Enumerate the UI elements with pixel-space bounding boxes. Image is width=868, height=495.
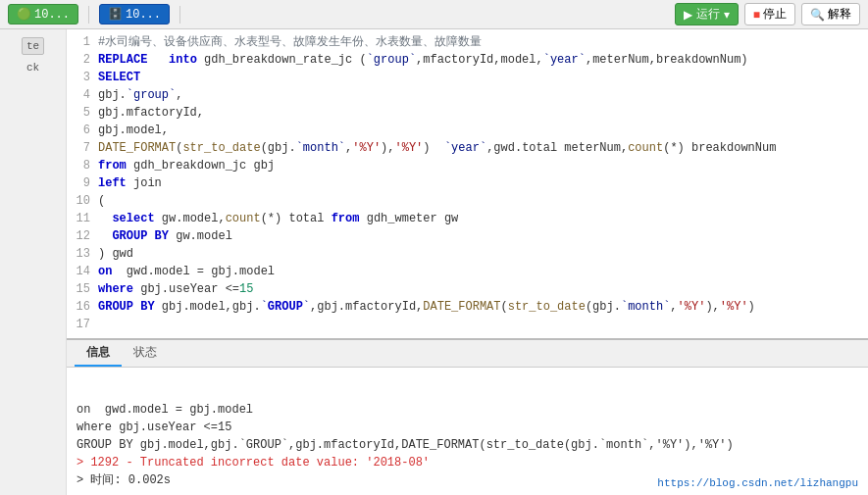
stop-icon: ■ <box>753 8 760 22</box>
line-number: 1 <box>71 33 98 51</box>
db-conn-btn[interactable]: 🟢 10... <box>8 4 78 25</box>
result-tabs: 信息 状态 <box>67 340 868 368</box>
main-area: te ck 1#水司编号、设备供应商、水表型号、故障发生年份、水表数量、故障数量… <box>0 29 868 495</box>
code-line: 10( <box>67 192 868 210</box>
line-content: where gbj.useYear <=15 <box>98 280 253 298</box>
csdn-link[interactable]: https://blog.csdn.net/lizhangpu <box>657 477 858 489</box>
db-label: 10... <box>126 8 161 22</box>
line-content: #水司编号、设备供应商、水表型号、故障发生年份、水表数量、故障数量 <box>98 33 482 51</box>
separator2 <box>179 6 180 24</box>
tab-status[interactable]: 状态 <box>122 340 169 367</box>
line-number: 4 <box>71 86 98 104</box>
line-content: gbj.mfactoryId, <box>98 104 204 122</box>
db-icon: 🟢 <box>17 7 31 22</box>
line-number: 6 <box>71 122 98 139</box>
line-number: 3 <box>71 69 98 86</box>
code-line: 3SELECT <box>67 69 868 86</box>
code-line: 12 GROUP BY gw.model <box>67 227 868 245</box>
line-number: 10 <box>71 192 98 210</box>
code-line: 7DATE_FORMAT(str_to_date(gbj.`month`,'%Y… <box>67 139 868 157</box>
db-icon2: 🗄️ <box>108 7 123 22</box>
line-content: ) gwd <box>98 245 133 263</box>
code-line: 15where gbj.useYear <=15 <box>67 280 868 298</box>
code-line: 13) gwd <box>67 245 868 263</box>
run-icon: ▶ <box>684 8 692 22</box>
result-line: GROUP BY gbj.model,gbj.`GROUP`,gbj.mfact… <box>77 436 858 454</box>
stop-label: 停止 <box>763 6 787 23</box>
result-content: on gwd.model = gbj.modelwhere gbj.useYea… <box>67 368 868 495</box>
code-line: 4gbj.`group`, <box>67 86 868 104</box>
line-number: 11 <box>71 210 98 227</box>
sidebar-te-btn[interactable]: te <box>22 37 44 55</box>
sql-editor[interactable]: 1#水司编号、设备供应商、水表型号、故障发生年份、水表数量、故障数量2REPLA… <box>67 29 868 340</box>
line-content: DATE_FORMAT(str_to_date(gbj.`month`,'%Y'… <box>98 139 776 157</box>
code-line: 14on gwd.model = gbj.model <box>67 263 868 280</box>
left-sidebar: te ck <box>0 29 67 495</box>
run-button[interactable]: ▶ 运行 ▾ <box>675 3 739 25</box>
tab-info[interactable]: 信息 <box>75 340 122 367</box>
toolbar: 🟢 10... 🗄️ 10... ▶ 运行 ▾ ■ 停止 🔍 解释 <box>0 0 868 29</box>
run-label: 运行 <box>696 6 720 23</box>
line-number: 16 <box>71 298 98 316</box>
line-content: select gw.model,count(*) total from gdh_… <box>98 210 458 227</box>
line-number: 5 <box>71 104 98 122</box>
explain-button[interactable]: 🔍 解释 <box>801 3 860 25</box>
result-line: > 1292 - Truncated incorrect date value:… <box>77 454 858 471</box>
line-content: from gdh_breakdown_jc gbj <box>98 157 275 174</box>
code-line: 1#水司编号、设备供应商、水表型号、故障发生年份、水表数量、故障数量 <box>67 33 868 51</box>
line-content: GROUP BY gbj.model,gbj.`GROUP`,gbj.mfact… <box>98 298 755 316</box>
code-line: 6gbj.model, <box>67 122 868 139</box>
editor-result: 1#水司编号、设备供应商、水表型号、故障发生年份、水表数量、故障数量2REPLA… <box>67 29 868 495</box>
line-content: ( <box>98 192 105 210</box>
line-number: 7 <box>71 139 98 157</box>
separator <box>88 6 89 24</box>
line-number: 12 <box>71 227 98 245</box>
code-line: 2REPLACE into gdh_breakdown_rate_jc (`gr… <box>67 51 868 69</box>
code-line: 16GROUP BY gbj.model,gbj.`GROUP`,gbj.mfa… <box>67 298 868 316</box>
code-line: 17 <box>67 316 868 333</box>
stop-button[interactable]: ■ 停止 <box>744 3 795 25</box>
line-number: 8 <box>71 157 98 174</box>
line-content: SELECT <box>98 69 140 86</box>
line-content: REPLACE into gdh_breakdown_rate_jc (`gro… <box>98 51 748 69</box>
line-number: 14 <box>71 263 98 280</box>
sidebar-ck-btn[interactable]: ck <box>22 59 44 76</box>
line-number: 15 <box>71 280 98 298</box>
line-content: GROUP BY gw.model <box>98 227 232 245</box>
code-line: 5gbj.mfactoryId, <box>67 104 868 122</box>
line-content: left join <box>98 174 162 192</box>
line-number: 9 <box>71 174 98 192</box>
explain-label: 解释 <box>828 6 851 23</box>
result-line: on gwd.model = gbj.model <box>77 401 858 419</box>
code-line: 11 select gw.model,count(*) total from g… <box>67 210 868 227</box>
code-line: 9left join <box>67 174 868 192</box>
result-panel: 信息 状态 on gwd.model = gbj.modelwhere gbj.… <box>67 340 868 495</box>
dropdown-icon: ▾ <box>724 8 730 22</box>
line-content: gbj.`group`, <box>98 86 182 104</box>
db-btn[interactable]: 🗄️ 10... <box>99 4 170 25</box>
line-content: on gwd.model = gbj.model <box>98 263 275 280</box>
line-number: 2 <box>71 51 98 69</box>
code-line: 8from gdh_breakdown_jc gbj <box>67 157 868 174</box>
conn-label: 10... <box>34 8 70 22</box>
line-number: 17 <box>71 316 98 333</box>
line-content: gbj.model, <box>98 122 169 139</box>
result-line: where gbj.useYear <=15 <box>77 419 858 436</box>
line-number: 13 <box>71 245 98 263</box>
explain-icon: 🔍 <box>810 8 825 22</box>
